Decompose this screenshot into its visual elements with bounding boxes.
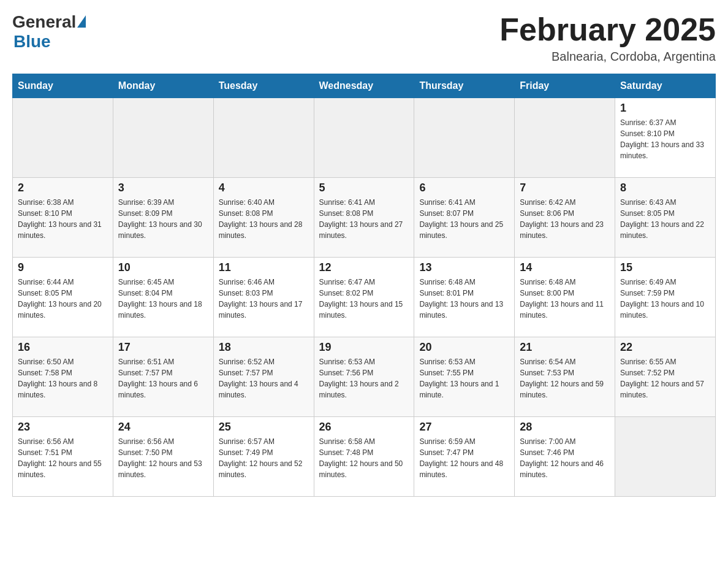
calendar-cell: 13Sunrise: 6:48 AMSunset: 8:01 PMDayligh… xyxy=(414,258,515,337)
calendar-cell: 15Sunrise: 6:49 AMSunset: 7:59 PMDayligh… xyxy=(615,258,716,337)
day-number: 23 xyxy=(18,421,108,434)
calendar-cell: 28Sunrise: 7:00 AMSunset: 7:46 PMDayligh… xyxy=(515,417,615,497)
calendar-cell: 1Sunrise: 6:37 AMSunset: 8:10 PMDaylight… xyxy=(615,98,716,178)
day-info: Sunrise: 6:58 AMSunset: 7:48 PMDaylight:… xyxy=(319,436,409,480)
logo-blue-text: Blue xyxy=(13,32,51,51)
weekday-header-tuesday: Tuesday xyxy=(213,74,314,98)
day-number: 26 xyxy=(319,421,409,434)
day-info: Sunrise: 6:44 AMSunset: 8:05 PMDaylight:… xyxy=(18,277,108,321)
day-info: Sunrise: 6:55 AMSunset: 7:52 PMDaylight:… xyxy=(620,356,710,400)
logo: General Blue xyxy=(12,12,86,52)
page-header: General Blue February 2025 Balnearia, Co… xyxy=(12,12,716,64)
calendar-cell xyxy=(213,98,314,178)
calendar-cell: 22Sunrise: 6:55 AMSunset: 7:52 PMDayligh… xyxy=(615,337,716,417)
title-section: February 2025 Balnearia, Cordoba, Argent… xyxy=(499,12,716,64)
day-number: 16 xyxy=(18,341,108,354)
day-info: Sunrise: 6:57 AMSunset: 7:49 PMDaylight:… xyxy=(219,436,309,480)
day-info: Sunrise: 6:41 AMSunset: 8:07 PMDaylight:… xyxy=(419,197,509,241)
day-number: 24 xyxy=(118,421,208,434)
calendar-cell: 7Sunrise: 6:42 AMSunset: 8:06 PMDaylight… xyxy=(515,178,615,258)
day-info: Sunrise: 6:48 AMSunset: 8:00 PMDaylight:… xyxy=(520,277,610,321)
day-number: 25 xyxy=(219,421,309,434)
calendar-cell: 17Sunrise: 6:51 AMSunset: 7:57 PMDayligh… xyxy=(113,337,213,417)
week-row-5: 23Sunrise: 6:56 AMSunset: 7:51 PMDayligh… xyxy=(13,417,716,497)
calendar-cell: 4Sunrise: 6:40 AMSunset: 8:08 PMDaylight… xyxy=(213,178,314,258)
day-info: Sunrise: 6:56 AMSunset: 7:50 PMDaylight:… xyxy=(118,436,208,480)
day-number: 7 xyxy=(520,182,610,194)
day-number: 9 xyxy=(18,261,108,274)
calendar-cell: 3Sunrise: 6:39 AMSunset: 8:09 PMDaylight… xyxy=(113,178,213,258)
week-row-3: 9Sunrise: 6:44 AMSunset: 8:05 PMDaylight… xyxy=(13,258,716,337)
day-info: Sunrise: 6:47 AMSunset: 8:02 PMDaylight:… xyxy=(319,277,409,321)
calendar-cell: 8Sunrise: 6:43 AMSunset: 8:05 PMDaylight… xyxy=(615,178,716,258)
day-number: 18 xyxy=(219,341,309,354)
day-number: 5 xyxy=(319,182,409,194)
day-number: 6 xyxy=(419,182,509,194)
day-number: 10 xyxy=(118,261,208,274)
calendar-cell xyxy=(615,417,716,497)
week-row-1: 1Sunrise: 6:37 AMSunset: 8:10 PMDaylight… xyxy=(13,98,716,178)
day-info: Sunrise: 6:46 AMSunset: 8:03 PMDaylight:… xyxy=(219,277,309,321)
weekday-header-saturday: Saturday xyxy=(615,74,716,98)
calendar-cell: 23Sunrise: 6:56 AMSunset: 7:51 PMDayligh… xyxy=(13,417,113,497)
day-info: Sunrise: 6:41 AMSunset: 8:08 PMDaylight:… xyxy=(319,197,409,241)
calendar-cell xyxy=(113,98,213,178)
weekday-header-friday: Friday xyxy=(515,74,615,98)
day-info: Sunrise: 6:45 AMSunset: 8:04 PMDaylight:… xyxy=(118,277,208,321)
day-number: 1 xyxy=(620,102,710,115)
day-info: Sunrise: 6:52 AMSunset: 7:57 PMDaylight:… xyxy=(219,356,309,400)
weekday-header-wednesday: Wednesday xyxy=(314,74,414,98)
location-text: Balnearia, Cordoba, Argentina xyxy=(499,50,716,64)
day-info: Sunrise: 6:53 AMSunset: 7:55 PMDaylight:… xyxy=(419,356,509,400)
day-number: 20 xyxy=(419,341,509,354)
logo-general-text: General xyxy=(12,12,76,32)
day-info: Sunrise: 6:49 AMSunset: 7:59 PMDaylight:… xyxy=(620,277,710,321)
calendar-cell: 5Sunrise: 6:41 AMSunset: 8:08 PMDaylight… xyxy=(314,178,414,258)
day-number: 28 xyxy=(520,421,610,434)
day-number: 3 xyxy=(118,182,208,194)
day-number: 13 xyxy=(419,261,509,274)
day-number: 4 xyxy=(219,182,309,194)
calendar-cell: 25Sunrise: 6:57 AMSunset: 7:49 PMDayligh… xyxy=(213,417,314,497)
day-info: Sunrise: 6:56 AMSunset: 7:51 PMDaylight:… xyxy=(18,436,108,480)
logo-triangle-icon xyxy=(77,15,86,28)
weekday-header-row: SundayMondayTuesdayWednesdayThursdayFrid… xyxy=(13,74,716,98)
day-info: Sunrise: 6:38 AMSunset: 8:10 PMDaylight:… xyxy=(18,197,108,241)
calendar-cell: 10Sunrise: 6:45 AMSunset: 8:04 PMDayligh… xyxy=(113,258,213,337)
day-number: 27 xyxy=(419,421,509,434)
calendar-cell xyxy=(414,98,515,178)
day-number: 15 xyxy=(620,261,710,274)
calendar-cell: 16Sunrise: 6:50 AMSunset: 7:58 PMDayligh… xyxy=(13,337,113,417)
calendar-cell: 27Sunrise: 6:59 AMSunset: 7:47 PMDayligh… xyxy=(414,417,515,497)
calendar-cell xyxy=(515,98,615,178)
day-number: 21 xyxy=(520,341,610,354)
calendar-cell: 9Sunrise: 6:44 AMSunset: 8:05 PMDaylight… xyxy=(13,258,113,337)
weekday-header-sunday: Sunday xyxy=(13,74,113,98)
calendar-cell: 2Sunrise: 6:38 AMSunset: 8:10 PMDaylight… xyxy=(13,178,113,258)
month-title: February 2025 xyxy=(499,12,716,47)
week-row-2: 2Sunrise: 6:38 AMSunset: 8:10 PMDaylight… xyxy=(13,178,716,258)
day-number: 22 xyxy=(620,341,710,354)
day-number: 12 xyxy=(319,261,409,274)
calendar-cell: 18Sunrise: 6:52 AMSunset: 7:57 PMDayligh… xyxy=(213,337,314,417)
day-number: 11 xyxy=(219,261,309,274)
day-info: Sunrise: 6:40 AMSunset: 8:08 PMDaylight:… xyxy=(219,197,309,241)
calendar-cell xyxy=(13,98,113,178)
day-info: Sunrise: 6:59 AMSunset: 7:47 PMDaylight:… xyxy=(419,436,509,480)
day-info: Sunrise: 6:54 AMSunset: 7:53 PMDaylight:… xyxy=(520,356,610,400)
calendar-cell: 19Sunrise: 6:53 AMSunset: 7:56 PMDayligh… xyxy=(314,337,414,417)
day-info: Sunrise: 6:51 AMSunset: 7:57 PMDaylight:… xyxy=(118,356,208,400)
day-number: 8 xyxy=(620,182,710,194)
weekday-header-monday: Monday xyxy=(113,74,213,98)
calendar-cell: 6Sunrise: 6:41 AMSunset: 8:07 PMDaylight… xyxy=(414,178,515,258)
day-info: Sunrise: 6:39 AMSunset: 8:09 PMDaylight:… xyxy=(118,197,208,241)
day-info: Sunrise: 6:37 AMSunset: 8:10 PMDaylight:… xyxy=(620,117,710,161)
calendar-cell: 21Sunrise: 6:54 AMSunset: 7:53 PMDayligh… xyxy=(515,337,615,417)
calendar-cell: 12Sunrise: 6:47 AMSunset: 8:02 PMDayligh… xyxy=(314,258,414,337)
week-row-4: 16Sunrise: 6:50 AMSunset: 7:58 PMDayligh… xyxy=(13,337,716,417)
day-info: Sunrise: 6:53 AMSunset: 7:56 PMDaylight:… xyxy=(319,356,409,400)
calendar-cell: 11Sunrise: 6:46 AMSunset: 8:03 PMDayligh… xyxy=(213,258,314,337)
day-info: Sunrise: 6:48 AMSunset: 8:01 PMDaylight:… xyxy=(419,277,509,321)
calendar-cell: 20Sunrise: 6:53 AMSunset: 7:55 PMDayligh… xyxy=(414,337,515,417)
calendar-table: SundayMondayTuesdayWednesdayThursdayFrid… xyxy=(12,74,716,497)
